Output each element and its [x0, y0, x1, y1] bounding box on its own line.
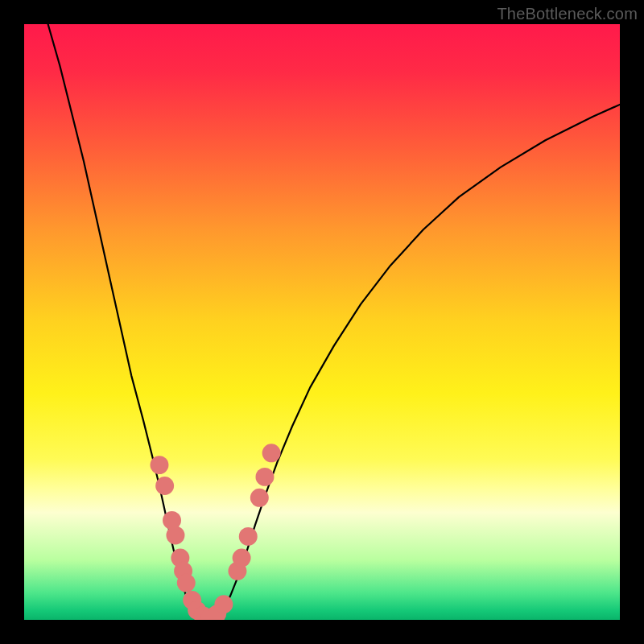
gradient-background [24, 24, 620, 620]
curve-marker [166, 526, 184, 544]
curve-marker [151, 456, 169, 474]
watermark-text: TheBottleneck.com [497, 5, 638, 23]
curve-marker [239, 527, 258, 546]
curve-marker [255, 468, 274, 486]
curve-marker [250, 489, 269, 507]
curve-marker [177, 574, 196, 592]
chart-frame [24, 24, 620, 620]
curve-marker [262, 444, 281, 462]
curve-marker [155, 477, 174, 495]
curve-marker [233, 549, 251, 568]
curve-marker [214, 595, 233, 613]
bottleneck-chart [24, 24, 620, 620]
